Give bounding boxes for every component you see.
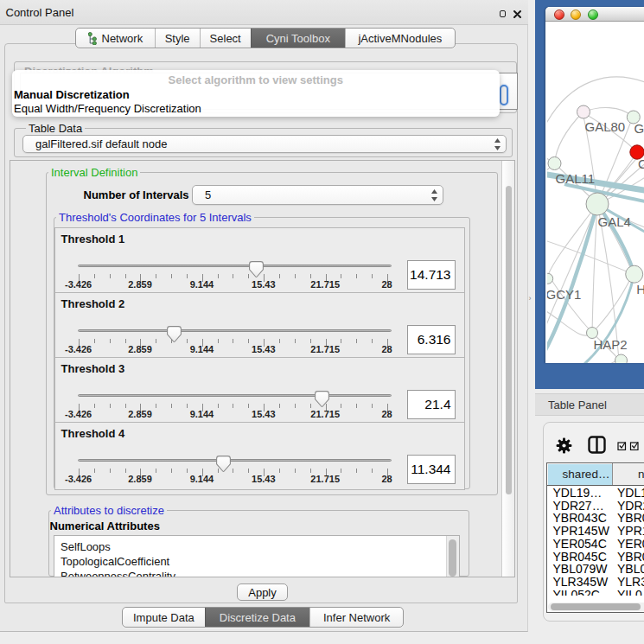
svg-text:GAL80: GAL80 [585,119,626,134]
svg-text:GA: GA [634,121,644,136]
svg-text:HAP2: HAP2 [594,337,628,352]
svg-text:GAL11: GAL11 [556,171,596,186]
svg-text:H: H [636,282,644,296]
svg-text:GAL4: GAL4 [598,214,631,229]
svg-text:C: C [638,156,644,171]
svg-text:GCY1: GCY1 [547,287,581,302]
